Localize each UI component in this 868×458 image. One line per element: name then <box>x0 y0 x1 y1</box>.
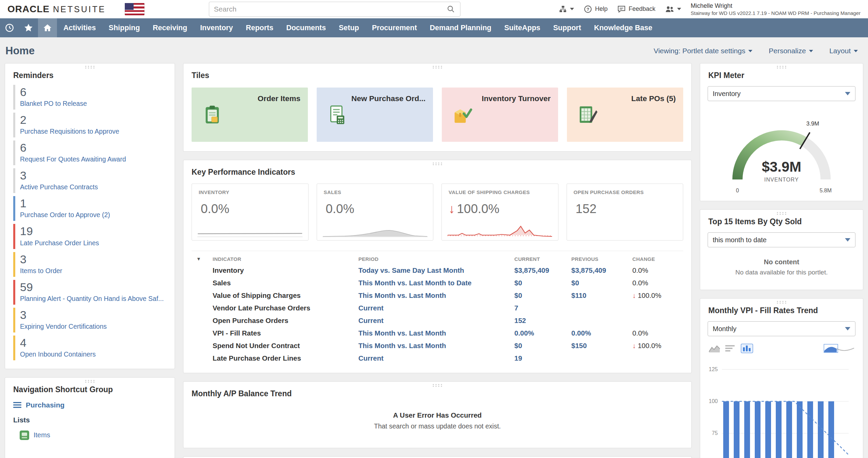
portlet-drag-handle[interactable] <box>432 384 443 387</box>
portlet-drag-handle[interactable] <box>776 65 787 69</box>
home-button[interactable] <box>38 18 57 37</box>
reminder-link[interactable]: Request For Quotes Awaiting Award <box>20 155 166 163</box>
nav-item-setup[interactable]: Setup <box>332 18 366 37</box>
kpi-meter-select[interactable]: Inventory <box>708 86 855 101</box>
global-search[interactable] <box>209 2 460 17</box>
oracle-netsuite-logo[interactable]: ORACLE NETSUITE <box>7 4 106 15</box>
reminder-link[interactable]: Purchase Requisitions to Approve <box>20 128 166 135</box>
reminder-link[interactable]: Blanket PO to Release <box>20 100 166 108</box>
kpi-card-inventory[interactable]: INVENTORY 0.0% <box>192 184 309 241</box>
reminder-link[interactable]: Purchase Order to Approve (2) <box>20 211 166 219</box>
shortcut-group-purchasing[interactable]: Purchasing <box>5 399 175 414</box>
nav-item-inventory[interactable]: Inventory <box>194 18 239 37</box>
personalize-menu[interactable]: Personalize <box>769 47 813 55</box>
help-button[interactable]: ? Help <box>584 5 608 14</box>
kpi-card-shipping-charges[interactable]: VALUE OF SHIPPING CHARGES ↓ 100.0% <box>441 184 558 241</box>
kpi-row-period-link[interactable]: Current <box>356 314 512 327</box>
kpi-row-previous-link[interactable]: $110 <box>569 289 630 302</box>
nav-item-procurement[interactable]: Procurement <box>366 18 423 37</box>
kpi-row-previous-link[interactable]: $0 <box>569 277 630 289</box>
kpi-card-open-purchase-orders[interactable]: OPEN PURCHASE ORDERS 152 <box>567 184 684 241</box>
kpi-row-period-link[interactable]: This Month vs. Last Month to Date <box>356 277 512 289</box>
kpi-row-current-link[interactable]: $0 <box>512 340 569 352</box>
reminder-item[interactable]: 6 Blanket PO to Release <box>13 85 166 110</box>
kpi-row-current-link[interactable]: $0 <box>512 277 569 289</box>
kpi-row-previous-link[interactable] <box>569 352 630 365</box>
kpi-row-current-link[interactable]: 152 <box>512 314 569 327</box>
recent-records-button[interactable] <box>0 18 19 37</box>
reminder-link[interactable]: Items to Order <box>20 267 166 275</box>
kpi-row-previous-link[interactable] <box>569 314 630 327</box>
reminder-item[interactable]: 6 Request For Quotes Awaiting Award <box>13 140 166 165</box>
top-items-select[interactable]: this month to date <box>708 232 855 247</box>
tile-new-purchase-order[interactable]: New Purchase Ord... <box>317 88 433 142</box>
kpi-card-value[interactable]: 0.0% <box>201 202 229 216</box>
search-input[interactable] <box>214 5 447 13</box>
reminder-item[interactable]: 3 Expiring Vendor Certifications <box>13 308 166 332</box>
column-chart-type-icon[interactable] <box>741 344 753 353</box>
reminder-item[interactable]: 2 Purchase Requisitions to Approve <box>13 113 166 137</box>
line-chart-type-icon[interactable] <box>725 344 737 353</box>
reminder-item[interactable]: 19 Late Purchase Order Lines <box>13 224 166 249</box>
search-icon[interactable] <box>447 5 455 14</box>
kpi-row-previous-link[interactable]: $3,875,409 <box>569 264 630 277</box>
kpi-row-current-link[interactable]: 0.00% <box>512 327 569 340</box>
nav-item-knowledge-base[interactable]: Knowledge Base <box>588 18 659 37</box>
shortcut-item-items[interactable]: Items <box>5 427 175 452</box>
reminder-link[interactable]: Planning Alert - Quantity On Hand is Abo… <box>20 295 166 303</box>
kpi-row-period-link[interactable]: Today vs. Same Day Last Month <box>356 264 512 277</box>
kpi-card-value[interactable]: 152 <box>576 202 597 216</box>
portlet-drag-handle[interactable] <box>432 65 443 69</box>
layout-menu[interactable]: Layout <box>829 47 858 55</box>
reminder-link[interactable]: Late Purchase Order Lines <box>20 239 166 247</box>
portlet-drag-handle[interactable] <box>84 65 95 69</box>
kpi-row-period-link[interactable]: This Month vs. Last Month <box>356 289 512 302</box>
user-menu-button[interactable] <box>665 5 681 13</box>
vpi-chart-svg[interactable]: 1251007550 <box>702 357 850 458</box>
kpi-card-value[interactable]: 0.0% <box>326 202 354 216</box>
nav-item-activities[interactable]: Activities <box>57 18 102 37</box>
area-chart-type-icon[interactable] <box>708 344 721 353</box>
kpi-card-sales[interactable]: SALES 0.0% <box>317 184 434 241</box>
reminder-link[interactable]: Expiring Vendor Certifications <box>20 323 166 330</box>
nav-item-demand-planning[interactable]: Demand Planning <box>423 18 498 37</box>
vpi-trend-select[interactable]: Monthly <box>708 321 855 336</box>
reminder-item[interactable]: 4 Open Inbound Containers <box>13 336 166 360</box>
feedback-button[interactable]: Feedback <box>617 5 655 14</box>
portlet-drag-handle[interactable] <box>432 162 443 166</box>
tile-late-pos[interactable]: Late POs (5) <box>567 88 683 142</box>
tile-inventory-turnover[interactable]: Inventory Turnover <box>442 88 558 142</box>
reminder-link[interactable]: Open Inbound Containers <box>20 350 166 358</box>
portlet-drag-handle[interactable] <box>84 380 95 383</box>
reminder-item[interactable]: 1 Purchase Order to Approve (2) <box>13 196 166 221</box>
reminder-item[interactable]: 3 Items to Order <box>13 252 166 277</box>
kpi-row-current-link[interactable]: 19 <box>512 352 569 365</box>
reminder-item[interactable]: 59 Planning Alert - Quantity On Hand is … <box>13 280 166 305</box>
kpi-card-value[interactable]: 100.0% <box>457 202 500 216</box>
nav-item-documents[interactable]: Documents <box>280 18 332 37</box>
kpi-row-current-link[interactable]: $3,875,409 <box>512 264 569 277</box>
kpi-row-previous-link[interactable]: 0.00% <box>569 327 630 340</box>
reminder-link[interactable]: Active Purchase Contracts <box>20 183 166 191</box>
kpi-row-previous-link[interactable]: $150 <box>569 340 630 352</box>
shortcuts-button[interactable] <box>19 18 38 37</box>
nav-item-suiteapps[interactable]: SuiteApps <box>498 18 547 37</box>
viewing-settings-menu[interactable]: Viewing: Portlet date settings <box>654 47 752 55</box>
nav-item-support[interactable]: Support <box>547 18 588 37</box>
kpi-row-period-link[interactable]: This Month vs. Last Month <box>356 340 512 352</box>
kpi-row-period-link[interactable]: This Month vs. Last Month <box>356 327 512 340</box>
portlet-drag-handle[interactable] <box>776 301 787 304</box>
collapse-caret-icon[interactable]: ▼ <box>192 254 211 264</box>
reminder-item[interactable]: 3 Active Purchase Contracts <box>13 168 166 193</box>
portlet-drag-handle[interactable] <box>776 212 787 215</box>
kpi-row-previous-link[interactable] <box>569 302 630 314</box>
tile-order-items[interactable]: Order Items <box>192 88 308 142</box>
nav-item-receiving[interactable]: Receiving <box>146 18 194 37</box>
kpi-row-period-link[interactable]: Current <box>356 352 512 365</box>
roles-menu-button[interactable] <box>558 5 574 14</box>
kpi-row-current-link[interactable]: $0 <box>512 289 569 302</box>
chart-range-preview-icon[interactable] <box>824 344 855 353</box>
nav-item-reports[interactable]: Reports <box>239 18 280 37</box>
kpi-row-current-link[interactable]: 7 <box>512 302 569 314</box>
nav-item-shipping[interactable]: Shipping <box>102 18 146 37</box>
